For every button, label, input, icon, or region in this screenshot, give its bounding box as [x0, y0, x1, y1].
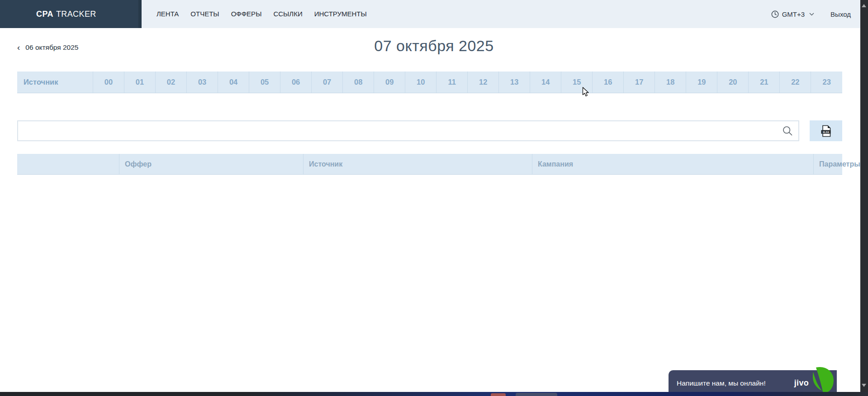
- hour-header-00: 00: [93, 72, 124, 93]
- scroll-up-arrow-icon[interactable]: [862, 4, 866, 7]
- search-row: XLSX: [17, 120, 842, 141]
- page-title: 07 октября 2025: [0, 28, 868, 55]
- nav-item-2[interactable]: ОФФЕРЫ: [225, 0, 268, 28]
- hours-table: Источник 0001020304050607080910111213141…: [17, 72, 842, 93]
- clock-icon: [771, 10, 779, 18]
- nav-item-3[interactable]: ССЫЛКИ: [267, 0, 308, 28]
- hour-header-10: 10: [405, 72, 436, 93]
- vertical-scrollbar[interactable]: [860, 0, 868, 396]
- nav-item-0[interactable]: ЛЕНТА: [151, 0, 185, 28]
- timezone-selector[interactable]: GMT+3: [771, 10, 814, 18]
- links-col-header-0: [17, 154, 119, 175]
- hour-header-16: 16: [593, 72, 624, 93]
- links-table: ОфферИсточникКампанияПараметры: [17, 154, 842, 175]
- hour-header-09: 09: [374, 72, 405, 93]
- app-logo[interactable]: CPA TRACKER: [0, 0, 142, 28]
- hour-header-15: 15: [561, 72, 593, 93]
- timezone-label: GMT+3: [782, 10, 805, 18]
- top-navbar: CPA TRACKER ЛЕНТАОТЧЕТЫОФФЕРЫССЫЛКИИНСТР…: [0, 0, 868, 28]
- chat-message: Напишите нам, мы онлайн!: [677, 379, 766, 387]
- hour-header-23: 23: [811, 72, 842, 93]
- hour-header-21: 21: [749, 72, 780, 93]
- hours-header-row: Источник 0001020304050607080910111213141…: [17, 72, 842, 93]
- search-icon[interactable]: [782, 125, 793, 136]
- svg-text:XLSX: XLSX: [822, 130, 829, 133]
- hour-header-22: 22: [780, 72, 811, 93]
- logout-button[interactable]: Выход: [830, 10, 851, 18]
- search-box: [17, 120, 799, 141]
- hour-header-06: 06: [280, 72, 312, 93]
- links-col-header-2: Источник: [304, 154, 532, 175]
- date-header-row: ‹ 06 октября 2025 07 октября 2025: [0, 28, 868, 63]
- jivo-leaf-icon: [811, 367, 835, 394]
- scroll-down-arrow-icon[interactable]: [862, 384, 866, 387]
- hour-header-20: 20: [717, 72, 749, 93]
- jivo-logo: jivo: [794, 378, 809, 388]
- nav-item-1[interactable]: ОТЧЕТЫ: [185, 0, 225, 28]
- chevron-down-icon: [809, 13, 814, 16]
- chevron-left-icon: ‹: [17, 43, 20, 52]
- hour-header-05: 05: [249, 72, 280, 93]
- background-window-tab-element: [516, 393, 557, 396]
- nav-item-4[interactable]: ИНСТРУМЕНТЫ: [308, 0, 373, 28]
- hour-header-01: 01: [124, 72, 156, 93]
- links-header-row: ОфферИсточникКампанияПараметры: [17, 154, 842, 175]
- hour-header-11: 11: [436, 72, 468, 93]
- background-window-edge: [0, 392, 868, 396]
- hour-header-13: 13: [499, 72, 530, 93]
- hour-header-19: 19: [686, 72, 717, 93]
- links-col-header-1: Оффер: [119, 154, 304, 175]
- xlsx-file-icon: XLSX: [821, 125, 832, 137]
- navbar-right: GMT+3 Выход: [771, 10, 851, 18]
- xlsx-export-button[interactable]: XLSX: [810, 120, 842, 141]
- hour-header-14: 14: [530, 72, 561, 93]
- hours-source-header: Источник: [17, 72, 93, 93]
- hour-header-12: 12: [468, 72, 499, 93]
- logo-light: TRACKER: [56, 10, 96, 19]
- hour-header-18: 18: [655, 72, 686, 93]
- links-col-header-3: Кампания: [532, 154, 814, 175]
- hour-header-17: 17: [624, 72, 655, 93]
- hour-header-02: 02: [156, 72, 187, 93]
- links-col-header-4: Параметры: [814, 154, 843, 175]
- hour-header-03: 03: [187, 72, 218, 93]
- prev-day-label: 06 октября 2025: [25, 43, 78, 51]
- search-input[interactable]: [18, 121, 798, 140]
- background-window-red-element: [491, 393, 506, 396]
- hour-header-08: 08: [343, 72, 374, 93]
- prev-day-link[interactable]: ‹ 06 октября 2025: [17, 43, 78, 52]
- hour-header-04: 04: [218, 72, 249, 93]
- main-menu: ЛЕНТАОТЧЕТЫОФФЕРЫССЫЛКИИНСТРУМЕНТЫ: [151, 0, 373, 28]
- logo-bold: CPA: [36, 10, 53, 19]
- hour-header-07: 07: [312, 72, 343, 93]
